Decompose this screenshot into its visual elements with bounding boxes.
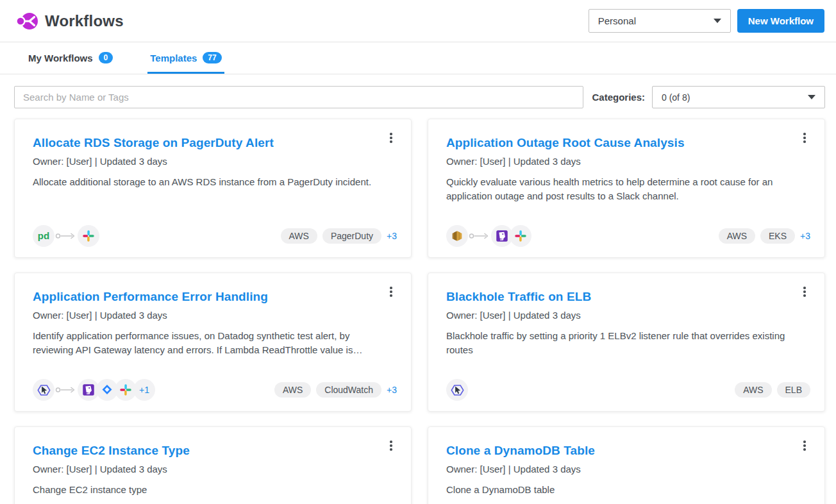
workflow-title-link[interactable]: Blackhole Traffic on ELB: [446, 290, 807, 304]
tag-pill: PagerDuty: [322, 228, 381, 244]
svg-text:pd: pd: [38, 230, 49, 241]
card-footer: AWSELB: [446, 379, 810, 401]
chevron-down-icon: [808, 95, 815, 99]
card-footer: +1 AWSCloudWatch+3: [33, 379, 397, 401]
categories-selector-value: 0 (of 8): [662, 92, 690, 103]
workflow-title-link[interactable]: Change EC2 Instance Type: [33, 444, 393, 458]
tag-pill: ELB: [777, 382, 810, 398]
more-tags-link[interactable]: +3: [387, 385, 397, 395]
webhook-trigger-icon: [446, 379, 468, 401]
card-footer: AWSEKS+3: [446, 225, 810, 247]
workflow-description: Identify application performance issues,…: [33, 329, 392, 357]
integration-icons: pd: [33, 225, 99, 247]
card-menu-button[interactable]: [383, 128, 399, 147]
tag-pill: AWS: [719, 228, 755, 244]
tab-templates[interactable]: Templates 77: [147, 42, 224, 74]
tag-pill: AWS: [281, 228, 317, 244]
workflow-card-grid: Allocate RDS Storage on PagerDuty Alert …: [14, 119, 825, 504]
filter-row: Categories: 0 (of 8): [14, 86, 825, 108]
tag-pill: AWS: [735, 382, 771, 398]
connector-arrow-icon: [469, 232, 490, 240]
workflow-description: Change EC2 instance type: [33, 483, 392, 497]
workspace-selector-value: Personal: [598, 15, 636, 26]
page-title: Workflows: [45, 12, 124, 30]
integration-icons: +1: [33, 379, 155, 401]
workflow-tags: AWSCloudWatch+3: [274, 382, 397, 398]
workflows-logo-icon: [15, 10, 38, 32]
workflow-description: Blackhole traffic by setting a priority …: [446, 329, 805, 357]
workflow-title-link[interactable]: Application Performance Error Handling: [33, 290, 393, 304]
tag-pill: AWS: [274, 382, 311, 398]
tab-count-badge: 0: [99, 52, 113, 63]
more-integrations-badge: +1: [133, 379, 155, 401]
workflow-description: Allocate additional storage to an AWS RD…: [33, 175, 392, 189]
slack-icon: [78, 225, 99, 247]
workspace-selector[interactable]: Personal: [589, 9, 731, 33]
tag-pill: EKS: [760, 228, 795, 244]
search-input[interactable]: [14, 86, 583, 108]
tabbar: My Workflows 0 Templates 77: [0, 42, 836, 74]
tab-my-workflows[interactable]: My Workflows 0: [26, 42, 115, 74]
tab-label: Templates: [150, 53, 197, 63]
workflow-owner-updated: Owner: [User] | Updated 3 days: [33, 156, 393, 167]
page-header: Workflows Personal New Workflow: [0, 0, 836, 42]
workflow-owner-updated: Owner: [User] | Updated 3 days: [446, 156, 807, 167]
workflow-title-link[interactable]: Clone a DynamoDB Table: [446, 444, 807, 458]
workflow-owner-updated: Owner: [User] | Updated 3 days: [33, 464, 393, 475]
more-tags-link[interactable]: +3: [387, 231, 397, 241]
card-menu-button[interactable]: [796, 282, 813, 301]
workflow-card: Allocate RDS Storage on PagerDuty Alert …: [14, 119, 412, 258]
card-menu-button[interactable]: [796, 436, 813, 455]
connector-arrow-icon: [55, 232, 77, 240]
card-footer: pd AWSPagerDuty+3: [33, 225, 397, 247]
tab-label: My Workflows: [28, 53, 93, 63]
tag-pill: CloudWatch: [316, 382, 381, 398]
aws-icon: [446, 225, 468, 247]
integration-icons: [446, 225, 531, 247]
categories-label: Categories:: [592, 92, 645, 103]
workflow-tags: AWSPagerDuty+3: [281, 228, 397, 244]
workflow-description: Clone a DynamoDB table: [446, 483, 805, 497]
workflow-tags: AWSEKS+3: [719, 228, 810, 244]
workflow-description: Quickly evaluate various health metrics …: [446, 175, 805, 203]
workflow-card: Change EC2 Instance Type Owner: [User] |…: [14, 426, 412, 504]
webhook-trigger-icon: [33, 379, 54, 401]
pagerduty-icon: pd: [33, 225, 54, 247]
new-workflow-button[interactable]: New Workflow: [737, 9, 824, 33]
workflow-card: Application Outage Root Cause Analysis O…: [428, 119, 825, 258]
slack-icon: [510, 225, 531, 247]
workflow-owner-updated: Owner: [User] | Updated 3 days: [33, 310, 393, 321]
chevron-down-icon: [714, 19, 721, 23]
workflow-title-link[interactable]: Application Outage Root Cause Analysis: [446, 136, 807, 150]
card-menu-button[interactable]: [796, 128, 813, 147]
workflow-card: Application Performance Error Handling O…: [14, 273, 412, 412]
workflow-tags: AWSELB: [735, 382, 810, 398]
connector-arrow-icon: [55, 386, 77, 394]
card-menu-button[interactable]: [383, 436, 399, 455]
workflow-title-link[interactable]: Allocate RDS Storage on PagerDuty Alert: [33, 136, 393, 150]
integration-icons: [446, 379, 468, 401]
tab-count-badge: 77: [203, 52, 221, 63]
workflow-owner-updated: Owner: [User] | Updated 3 days: [446, 464, 807, 475]
categories-selector[interactable]: 0 (of 8): [652, 86, 825, 108]
card-menu-button[interactable]: [383, 282, 399, 301]
workflow-card: Clone a DynamoDB Table Owner: [User] | U…: [428, 426, 825, 504]
workflow-card: Blackhole Traffic on ELB Owner: [User] |…: [428, 273, 825, 412]
workflow-owner-updated: Owner: [User] | Updated 3 days: [446, 310, 807, 321]
more-tags-link[interactable]: +3: [800, 231, 810, 241]
